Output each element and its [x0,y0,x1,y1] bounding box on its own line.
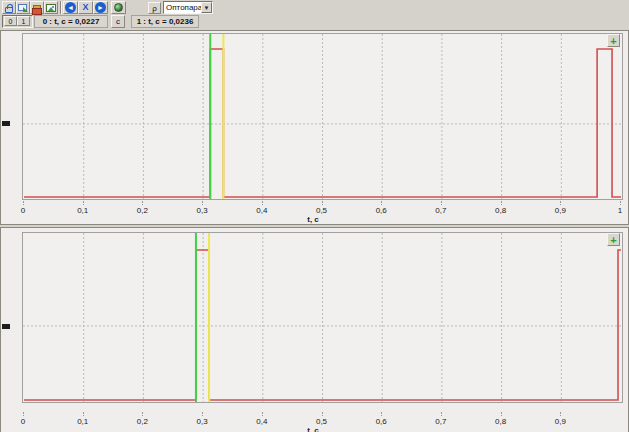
chart-panel-top: 00,10,20,30,40,50,60,70,80,91 t, c + [0,30,629,225]
x-tick-label: 1 [608,206,629,215]
x-tick-label: 0,5 [310,206,334,215]
picture-icon [46,4,56,12]
x-tick-label: 0,2 [130,206,154,215]
channel-1-button[interactable]: 1 [17,16,30,26]
x-axis-label: t, c [273,426,353,432]
x-tick-mark [560,201,561,205]
x-tick-mark [381,412,382,416]
record-button[interactable] [111,1,126,14]
x-tick-mark [142,412,143,416]
x-tick-label: 0,4 [250,417,274,426]
x-tick-label: 0,3 [190,206,214,215]
back-button[interactable]: ◄ [63,1,78,14]
x-tick-mark [23,201,24,205]
x-tick-mark [441,412,442,416]
x-tick-label: 0,9 [548,206,572,215]
lock-icon [5,7,13,13]
x-tick-mark [322,201,323,205]
plus-button[interactable]: + [607,233,620,246]
lock-button[interactable] [2,1,16,14]
x-tick-mark [142,201,143,205]
picture-button[interactable] [44,1,58,14]
toolbar: ◄X► ρ Оптопара ▼ 01 0 : t, c = 0,0227 c … [0,0,629,30]
x-tick-mark [441,201,442,205]
chevron-down-icon[interactable]: ▼ [201,2,212,13]
x-tick-label: 0,2 [130,417,154,426]
export-image-button[interactable] [16,1,30,14]
x-tick-mark [262,201,263,205]
p-button[interactable]: ρ [148,2,161,14]
x-tick-label: 0,4 [250,206,274,215]
toolbar-row-1: ◄X► ρ Оптопара ▼ [0,1,629,15]
open-folders-button[interactable] [30,1,44,14]
x-tick-label: 0,7 [429,206,453,215]
x-tick-label: 0,5 [310,417,334,426]
combobox-value: Оптопара [166,3,202,12]
x-tick-mark [501,412,502,416]
x-tick-mark [262,412,263,416]
measurement-label-0: 0 : t, c = 0,0227 [34,15,108,28]
x-tick-mark [560,412,561,416]
export-image-icon [18,4,27,11]
x-tick-mark [501,201,502,205]
y-axis-title [2,324,10,329]
x-tick-label: 0,8 [489,417,513,426]
plot-area[interactable] [22,33,623,200]
x-icon: X [79,2,92,13]
x-tick-mark [322,412,323,416]
x-tick-mark [202,201,203,205]
x-axis-label: t, c [273,215,353,224]
x-tick-mark [381,201,382,205]
measurement-label-1: 1 : t, c = 0,0236 [131,15,199,28]
x-tick-mark [83,201,84,205]
toolbar-separator [60,1,62,14]
x-tick-label: 0,7 [429,417,453,426]
plus-button[interactable]: + [607,34,620,47]
x-button[interactable]: X [78,1,93,14]
x-tick-mark [620,201,621,205]
x-tick-label: 0,9 [548,417,572,426]
x-tick-label: 0,1 [71,206,95,215]
x-tick-label: 0,8 [489,206,513,215]
x-tick-label: 0,6 [369,206,393,215]
x-tick-mark [83,412,84,416]
y-axis-title [2,121,10,126]
x-tick-label: 0 [11,417,35,426]
x-tick-mark [202,412,203,416]
channel-0-button[interactable]: 0 [4,16,17,26]
record-icon [114,3,123,12]
forward-arrow-icon: ► [95,2,106,13]
x-tick-label: 0,1 [71,417,95,426]
device-combobox[interactable]: Оптопара ▼ [163,1,213,14]
toolbar-row-2: 01 0 : t, c = 0,0227 c 1 : t, c = 0,0236 [0,15,629,29]
x-tick-label: 0,6 [369,417,393,426]
back-arrow-icon: ◄ [65,2,76,13]
forward-button[interactable]: ► [93,1,108,14]
x-tick-mark [23,412,24,416]
plot-area[interactable] [22,232,623,403]
channel-toggle-group: 01 [2,15,33,28]
c-button[interactable]: c [111,15,125,28]
x-tick-label: 0,3 [190,417,214,426]
folders-icon [33,5,41,11]
x-tick-label: 0 [11,206,35,215]
chart-panel-bottom: 00,10,20,30,40,50,60,70,80,9 t, c + [0,227,629,432]
